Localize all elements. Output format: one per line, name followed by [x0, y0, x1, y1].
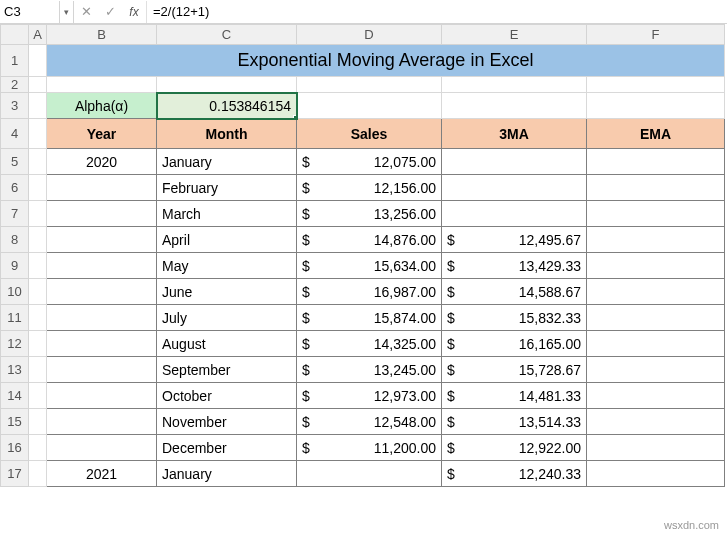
cell-sales-10[interactable]: $16,987.00: [297, 279, 442, 305]
cell-year-11[interactable]: [47, 305, 157, 331]
cell-sales-6[interactable]: $12,156.00: [297, 175, 442, 201]
cell-year-14[interactable]: [47, 383, 157, 409]
cell-sales-7[interactable]: $13,256.00: [297, 201, 442, 227]
title-cell[interactable]: Exponential Moving Average in Excel: [47, 45, 725, 77]
cell-d2[interactable]: [297, 77, 442, 93]
cell-a9[interactable]: [29, 253, 47, 279]
cell-a3[interactable]: [29, 93, 47, 119]
cell-sales-16[interactable]: $11,200.00: [297, 435, 442, 461]
cell-3ma-6[interactable]: [442, 175, 587, 201]
fill-handle[interactable]: [293, 115, 297, 119]
cell-a11[interactable]: [29, 305, 47, 331]
row-header-10[interactable]: 10: [1, 279, 29, 305]
cell-year-5[interactable]: 2020: [47, 149, 157, 175]
cell-a17[interactable]: [29, 461, 47, 487]
cell-a16[interactable]: [29, 435, 47, 461]
cell-a14[interactable]: [29, 383, 47, 409]
cell-ema-8[interactable]: [587, 227, 725, 253]
cell-sales-9[interactable]: $15,634.00: [297, 253, 442, 279]
cell-a6[interactable]: [29, 175, 47, 201]
cell-year-6[interactable]: [47, 175, 157, 201]
cell-c2[interactable]: [157, 77, 297, 93]
row-header-6[interactable]: 6: [1, 175, 29, 201]
cell-3ma-10[interactable]: $14,588.67: [442, 279, 587, 305]
cell-ema-7[interactable]: [587, 201, 725, 227]
cell-3ma-5[interactable]: [442, 149, 587, 175]
cell-year-16[interactable]: [47, 435, 157, 461]
cell-month-14[interactable]: October: [157, 383, 297, 409]
row-header-9[interactable]: 9: [1, 253, 29, 279]
cell-sales-17[interactable]: [297, 461, 442, 487]
cell-3ma-7[interactable]: [442, 201, 587, 227]
alpha-value-cell[interactable]: 0.153846154: [157, 93, 297, 119]
header-ema[interactable]: EMA: [587, 119, 725, 149]
cell-year-9[interactable]: [47, 253, 157, 279]
cell-month-6[interactable]: February: [157, 175, 297, 201]
cell-month-16[interactable]: December: [157, 435, 297, 461]
row-header-16[interactable]: 16: [1, 435, 29, 461]
row-header-3[interactable]: 3: [1, 93, 29, 119]
cell-3ma-15[interactable]: $13,514.33: [442, 409, 587, 435]
cell-sales-13[interactable]: $13,245.00: [297, 357, 442, 383]
cell-ema-15[interactable]: [587, 409, 725, 435]
col-header-f[interactable]: F: [587, 25, 725, 45]
cell-ema-14[interactable]: [587, 383, 725, 409]
cell-sales-14[interactable]: $12,973.00: [297, 383, 442, 409]
cell-a2[interactable]: [29, 77, 47, 93]
col-header-c[interactable]: C: [157, 25, 297, 45]
cell-month-10[interactable]: June: [157, 279, 297, 305]
cell-month-8[interactable]: April: [157, 227, 297, 253]
cell-ema-13[interactable]: [587, 357, 725, 383]
header-3ma[interactable]: 3MA: [442, 119, 587, 149]
cell-ema-16[interactable]: [587, 435, 725, 461]
cell-3ma-12[interactable]: $16,165.00: [442, 331, 587, 357]
cell-year-17[interactable]: 2021: [47, 461, 157, 487]
col-header-b[interactable]: B: [47, 25, 157, 45]
cell-year-12[interactable]: [47, 331, 157, 357]
cell-a12[interactable]: [29, 331, 47, 357]
cell-year-13[interactable]: [47, 357, 157, 383]
cell-month-15[interactable]: November: [157, 409, 297, 435]
cell-a1[interactable]: [29, 45, 47, 77]
cell-sales-12[interactable]: $14,325.00: [297, 331, 442, 357]
cell-ema-9[interactable]: [587, 253, 725, 279]
cell-3ma-8[interactable]: $12,495.67: [442, 227, 587, 253]
cell-month-5[interactable]: January: [157, 149, 297, 175]
row-header-7[interactable]: 7: [1, 201, 29, 227]
cell-ema-6[interactable]: [587, 175, 725, 201]
header-month[interactable]: Month: [157, 119, 297, 149]
cell-3ma-14[interactable]: $14,481.33: [442, 383, 587, 409]
select-all-corner[interactable]: [1, 25, 29, 45]
header-sales[interactable]: Sales: [297, 119, 442, 149]
name-box[interactable]: C3: [0, 1, 60, 23]
cell-sales-5[interactable]: $12,075.00: [297, 149, 442, 175]
cell-year-7[interactable]: [47, 201, 157, 227]
cell-f2[interactable]: [587, 77, 725, 93]
formula-input[interactable]: =2/(12+1): [146, 1, 727, 23]
cell-year-10[interactable]: [47, 279, 157, 305]
cell-a10[interactable]: [29, 279, 47, 305]
cell-3ma-11[interactable]: $15,832.33: [442, 305, 587, 331]
col-header-d[interactable]: D: [297, 25, 442, 45]
cell-ema-10[interactable]: [587, 279, 725, 305]
cell-3ma-16[interactable]: $12,922.00: [442, 435, 587, 461]
alpha-label[interactable]: Alpha(α): [47, 93, 157, 119]
cell-month-7[interactable]: March: [157, 201, 297, 227]
cell-year-8[interactable]: [47, 227, 157, 253]
row-header-11[interactable]: 11: [1, 305, 29, 331]
row-header-12[interactable]: 12: [1, 331, 29, 357]
col-header-e[interactable]: E: [442, 25, 587, 45]
cell-3ma-9[interactable]: $13,429.33: [442, 253, 587, 279]
cell-a15[interactable]: [29, 409, 47, 435]
cell-a8[interactable]: [29, 227, 47, 253]
cell-a4[interactable]: [29, 119, 47, 149]
cell-a13[interactable]: [29, 357, 47, 383]
cell-3ma-13[interactable]: $15,728.67: [442, 357, 587, 383]
cell-ema-12[interactable]: [587, 331, 725, 357]
row-header-15[interactable]: 15: [1, 409, 29, 435]
cell-ema-17[interactable]: [587, 461, 725, 487]
cell-sales-8[interactable]: $14,876.00: [297, 227, 442, 253]
name-box-dropdown-icon[interactable]: ▾: [60, 1, 74, 23]
cell-year-15[interactable]: [47, 409, 157, 435]
cell-ema-5[interactable]: [587, 149, 725, 175]
